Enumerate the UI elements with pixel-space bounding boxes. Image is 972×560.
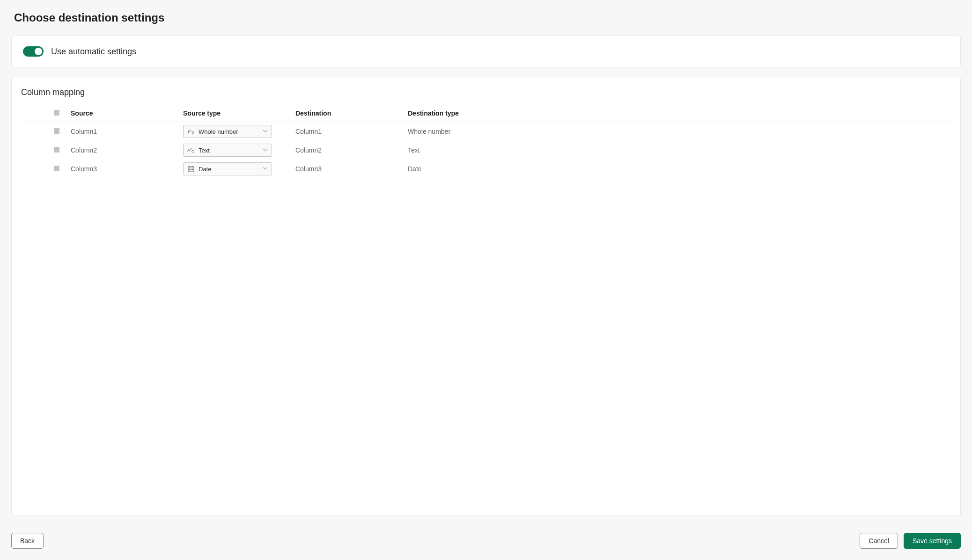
svg-text:3: 3: [191, 130, 194, 135]
chevron-down-icon: [262, 128, 268, 135]
svg-rect-10: [189, 169, 190, 170]
destination-type-cell: Text: [402, 141, 951, 160]
table-row: Column2 A B C: [21, 141, 951, 160]
row-checkbox[interactable]: [54, 128, 59, 134]
source-type-select[interactable]: Date: [183, 162, 272, 175]
save-button[interactable]: Save settings: [904, 533, 961, 549]
destination-cell: Column1: [290, 122, 402, 141]
column-mapping-table: Source Source type Destination Destinati…: [21, 106, 951, 178]
back-button[interactable]: Back: [11, 533, 44, 549]
calendar-icon: [187, 165, 195, 173]
auto-settings-label: Use automatic settings: [51, 47, 136, 57]
source-cell: Column3: [65, 160, 177, 178]
destination-cell: Column2: [290, 141, 402, 160]
chevron-down-icon: [262, 165, 268, 173]
svg-rect-12: [192, 169, 193, 170]
source-type-select[interactable]: A B C Text: [183, 144, 272, 157]
page-title: Choose destination settings: [11, 11, 961, 24]
row-checkbox[interactable]: [54, 166, 59, 171]
row-checkbox[interactable]: [54, 147, 59, 153]
select-all-checkbox[interactable]: [54, 110, 59, 116]
number-icon: 1 2 3: [187, 128, 195, 135]
footer-bar: Back Cancel Save settings: [11, 525, 961, 549]
source-type-label: Date: [199, 166, 211, 173]
source-cell: Column1: [65, 122, 177, 141]
chevron-down-icon: [262, 146, 268, 154]
header-destination-type: Destination type: [402, 106, 951, 122]
header-source: Source: [65, 106, 177, 122]
table-row: Column3: [21, 160, 951, 178]
svg-text:C: C: [191, 149, 194, 153]
destination-type-cell: Date: [402, 160, 951, 178]
source-type-label: Whole number: [199, 128, 238, 135]
table-row: Column1 1 2 3: [21, 122, 951, 141]
cancel-button[interactable]: Cancel: [860, 533, 898, 549]
source-cell: Column2: [65, 141, 177, 160]
svg-rect-11: [191, 169, 191, 170]
text-icon: A B C: [187, 146, 195, 154]
destination-type-cell: Whole number: [402, 122, 951, 141]
auto-settings-toggle[interactable]: [23, 46, 44, 57]
header-destination: Destination: [290, 106, 402, 122]
auto-settings-card: Use automatic settings: [11, 36, 961, 67]
column-mapping-card: Column mapping Source Source type Destin…: [11, 77, 961, 516]
toggle-knob-icon: [35, 48, 42, 55]
header-source-type: Source type: [177, 106, 290, 122]
column-mapping-title: Column mapping: [21, 87, 951, 97]
source-type-select[interactable]: 1 2 3 Whole number: [183, 125, 272, 138]
destination-cell: Column3: [290, 160, 402, 178]
source-type-label: Text: [199, 147, 210, 154]
